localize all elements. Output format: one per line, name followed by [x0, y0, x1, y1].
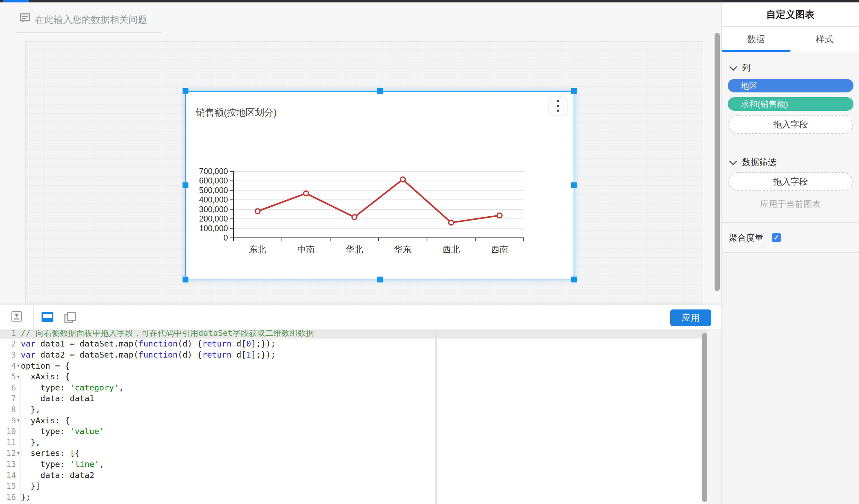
svg-text:400,000: 400,000 — [199, 195, 228, 204]
resize-handle-middle-right[interactable] — [571, 182, 577, 188]
code-line-14[interactable]: 14 data: data2 — [0, 470, 707, 481]
code-line-text: option = { — [21, 361, 70, 371]
code-line-7[interactable]: 7 data: data1 — [0, 393, 707, 404]
code-line-11[interactable]: 11 }, — [0, 437, 707, 448]
field-pill-dimension[interactable]: 地区 — [728, 79, 853, 92]
svg-text:中南: 中南 — [298, 244, 315, 254]
code-line-text: type: 'line', — [21, 459, 104, 469]
field-pill-measure[interactable]: 求和(销售额) — [728, 97, 853, 111]
line-chart: 0100,000200,000300,000400,000500,000600,… — [186, 92, 574, 279]
code-line-9[interactable]: 9▼ yAxis: { — [0, 415, 707, 426]
svg-text:200,000: 200,000 — [199, 214, 228, 223]
code-line-text: }] — [21, 481, 41, 491]
line-number: 8 — [0, 405, 16, 414]
code-line-6[interactable]: 6 type: 'category', — [0, 382, 707, 393]
columns-section-header[interactable]: 列 — [729, 62, 751, 73]
multi-view-icon[interactable] — [64, 312, 76, 323]
svg-text:700,000: 700,000 — [199, 167, 228, 176]
svg-text:500,000: 500,000 — [199, 186, 228, 195]
code-line-8[interactable]: 8 }, — [0, 404, 707, 415]
resize-handle-bottom-right[interactable] — [571, 277, 577, 282]
code-line-13[interactable]: 13 type: 'line', — [0, 459, 707, 470]
resize-handle-top-left[interactable] — [183, 88, 188, 94]
customize-chart-panel: 自定义图表 数据 样式 列 地区 求和(销售额) 拖入字段 数据筛选 拖入字段 … — [721, 2, 859, 504]
columns-drop-zone[interactable]: 拖入字段 — [728, 115, 853, 134]
panel-tabs: 数据 样式 — [722, 27, 859, 52]
line-number: 2 — [0, 339, 16, 348]
resize-handle-top-right[interactable] — [571, 88, 577, 94]
line-number: 13 — [0, 460, 16, 469]
code-line-5[interactable]: 5▼ xAxis: { — [0, 371, 707, 382]
code-scrollbar[interactable] — [702, 333, 707, 502]
chevron-down-icon — [729, 63, 737, 71]
aggregate-measure-label: 聚合度量 — [729, 232, 763, 243]
code-editor[interactable]: 1// 向右侧数据面板中拖入字段，可在代码中引用dataSet字段获取二维数组数… — [0, 327, 707, 504]
code-line-text: type: 'category', — [21, 383, 124, 393]
panel-empty-area — [722, 253, 859, 504]
code-line-text: data: data1 — [21, 394, 94, 403]
top-progress-bar — [0, 0, 859, 2]
aggregate-measure-checkbox[interactable]: ✓ — [772, 233, 781, 242]
resize-handle-top-center[interactable] — [377, 88, 383, 94]
editor-pane-divider[interactable] — [435, 330, 437, 504]
columns-section-label: 列 — [742, 62, 751, 73]
collapse-panel-icon[interactable] — [11, 311, 22, 322]
line-number: 5 — [0, 372, 16, 381]
filter-scope-hint: 应用于当前图表 — [722, 198, 859, 210]
svg-text:100,000: 100,000 — [199, 224, 228, 233]
code-line-text: }, — [21, 405, 41, 414]
line-number: 3 — [0, 350, 16, 359]
app-root: 在此输入您的数据相关问题 销售额(按地区划分) 0100,000200,0003… — [0, 0, 859, 504]
line-number: 16 — [0, 493, 16, 502]
canvas-scrollbar[interactable] — [715, 33, 720, 291]
chevron-down-icon — [729, 157, 737, 165]
svg-text:华东: 华东 — [394, 244, 411, 254]
chat-input-placeholder: 在此输入您的数据相关问题 — [35, 14, 147, 26]
chat-input-underline — [16, 33, 161, 33]
chart-widget[interactable]: 销售额(按地区划分) 0100,000200,000300,000400,000… — [185, 91, 574, 279]
code-line-2[interactable]: 2var data1 = dataSet.map(function(d) {re… — [0, 339, 707, 350]
code-line-text: yAxis: { — [21, 416, 70, 425]
editor-toolbar: 应用 — [0, 305, 721, 330]
gutter-divider — [20, 327, 20, 504]
line-number: 6 — [0, 383, 16, 392]
aggregate-measure-row: 聚合度量 ✓ — [722, 222, 859, 253]
tab-style[interactable]: 样式 — [790, 27, 859, 52]
code-line-16[interactable]: 16}; — [0, 492, 707, 503]
code-line-text: type: 'value' — [21, 426, 104, 436]
code-line-10[interactable]: 10 type: 'value' — [0, 426, 707, 437]
svg-text:西北: 西北 — [443, 244, 460, 254]
svg-text:华北: 华北 — [346, 244, 363, 254]
line-number: 10 — [0, 427, 16, 436]
code-line-text: xAxis: { — [21, 372, 70, 381]
code-line-15[interactable]: 15 }] — [0, 480, 707, 492]
resize-handle-bottom-left[interactable] — [183, 277, 188, 282]
filter-section-header[interactable]: 数据筛选 — [729, 156, 777, 168]
svg-text:0: 0 — [223, 233, 228, 242]
code-line-text: }; — [21, 492, 30, 502]
code-line-text: data: data2 — [21, 470, 94, 480]
filter-drop-zone[interactable]: 拖入字段 — [728, 172, 853, 191]
top-progress-accent — [3, 0, 29, 2]
resize-handle-middle-left[interactable] — [183, 182, 188, 188]
svg-text:西南: 西南 — [491, 244, 508, 254]
svg-text:东北: 东北 — [249, 244, 266, 254]
code-line-text: series: [{ — [21, 448, 80, 458]
panel-title: 自定义图表 — [722, 2, 859, 27]
single-view-icon[interactable] — [42, 312, 53, 322]
apply-button[interactable]: 应用 — [670, 309, 711, 326]
svg-text:300,000: 300,000 — [199, 205, 228, 214]
line-number: 12 — [0, 449, 16, 458]
code-line-12[interactable]: 12▼ series: [{ — [0, 448, 707, 459]
code-line-text: var data2 = dataSet.map(function(d) {ret… — [21, 350, 276, 360]
filter-section-label: 数据筛选 — [742, 156, 777, 168]
code-line-3[interactable]: 3var data2 = dataSet.map(function(d) {re… — [0, 349, 707, 360]
code-line-4[interactable]: 4▼option = { — [0, 360, 707, 371]
resize-handle-bottom-center[interactable] — [377, 277, 383, 282]
chat-question-input[interactable]: 在此输入您的数据相关问题 — [16, 10, 165, 33]
toolbar-divider — [33, 305, 34, 329]
line-number: 14 — [0, 471, 16, 480]
editor-right-gap — [707, 330, 721, 504]
code-line-text: }, — [21, 438, 41, 447]
tab-data[interactable]: 数据 — [722, 27, 790, 52]
